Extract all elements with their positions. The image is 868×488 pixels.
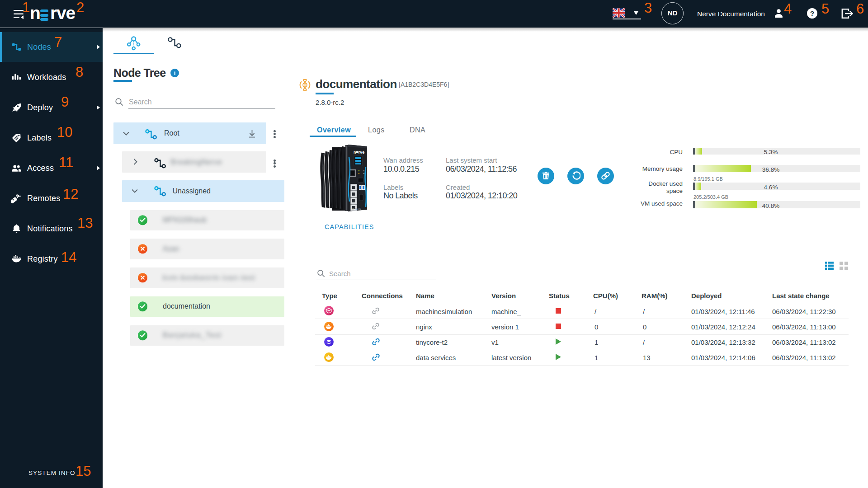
svg-text:MFN 100: MFN 100 — [352, 207, 361, 210]
svg-text:n=rve: n=rve — [354, 150, 364, 155]
